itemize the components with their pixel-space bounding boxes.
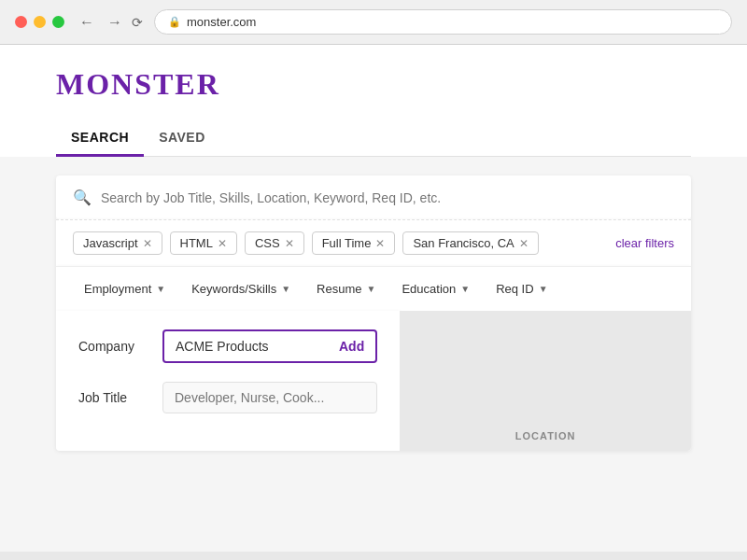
remove-css-icon[interactable]: ✕ [285, 237, 294, 250]
company-input-wrapper: Add [162, 329, 377, 363]
tab-search[interactable]: SEARCH [56, 120, 144, 157]
fullscreen-button[interactable] [52, 16, 64, 28]
keywords-chevron-icon: ▼ [281, 284, 290, 294]
browser-chrome: ← → ⟳ 🔒 monster.com [0, 0, 747, 45]
remove-fulltime-icon[interactable]: ✕ [375, 237, 385, 250]
filter-tag-label: San Francisco, CA [413, 236, 514, 250]
req-id-dropdown[interactable]: Req ID ▼ [485, 276, 558, 301]
clear-filters-button[interactable]: clear filters [615, 236, 674, 250]
filter-tag-label: CSS [255, 236, 280, 250]
search-wrapper: 🔍 Javascript ✕ HTML ✕ CSS ✕ Full Ti [56, 175, 691, 451]
forward-button[interactable]: → [104, 12, 126, 33]
right-panel: LOCATION [400, 311, 691, 451]
traffic-lights [15, 16, 64, 28]
left-panel: Company Add Job Title [56, 311, 400, 451]
company-label: Company [78, 339, 144, 354]
req-id-label: Req ID [496, 282, 533, 296]
filter-tag-javascript[interactable]: Javascript ✕ [73, 231, 162, 255]
employment-label: Employment [84, 282, 151, 296]
filter-tag-label: Full Time [322, 236, 372, 250]
education-label: Education [402, 282, 456, 296]
job-title-row: Job Title [78, 382, 377, 413]
filter-tag-css[interactable]: CSS ✕ [245, 231, 304, 255]
logo: MonsteR [56, 67, 691, 102]
company-row: Company Add [78, 329, 377, 363]
education-chevron-icon: ▼ [460, 284, 470, 294]
top-nav: MonsteR SEARCH SAVED [0, 45, 747, 157]
minimize-button[interactable] [34, 16, 46, 28]
resume-dropdown[interactable]: Resume ▼ [305, 276, 387, 301]
remove-html-icon[interactable]: ✕ [218, 237, 227, 250]
filter-tag-location[interactable]: San Francisco, CA ✕ [402, 231, 538, 255]
keywords-label: Keywords/Skills [191, 282, 276, 296]
address-bar[interactable]: 🔒 monster.com [154, 9, 732, 35]
close-button[interactable] [15, 16, 27, 28]
job-title-label: Job Title [78, 390, 144, 405]
filter-tag-label: Javascript [83, 236, 138, 250]
refresh-button[interactable]: ⟳ [132, 12, 143, 33]
resume-chevron-icon: ▼ [367, 284, 376, 294]
location-label: LOCATION [515, 430, 576, 441]
page-content: MonsteR SEARCH SAVED 🔍 Javascript ✕ HTML… [0, 45, 747, 552]
search-bar: 🔍 [56, 175, 691, 219]
add-company-button[interactable]: Add [339, 339, 364, 354]
search-icon: 🔍 [73, 189, 92, 206]
content-grid: Company Add Job Title LOCATION [56, 311, 691, 451]
tab-saved[interactable]: SAVED [144, 120, 220, 157]
employment-chevron-icon: ▼ [156, 284, 165, 294]
lock-icon: 🔒 [168, 16, 181, 28]
remove-location-icon[interactable]: ✕ [519, 237, 529, 250]
filter-dropdowns: Employment ▼ Keywords/Skills ▼ Resume ▼ … [56, 266, 691, 311]
back-button[interactable]: ← [76, 12, 98, 33]
company-input[interactable] [176, 339, 339, 354]
keywords-dropdown[interactable]: Keywords/Skills ▼ [180, 276, 302, 301]
filter-tags: Javascript ✕ HTML ✕ CSS ✕ Full Time ✕ Sa… [56, 219, 691, 266]
filter-tag-label: HTML [180, 236, 213, 250]
resume-label: Resume [317, 282, 361, 296]
remove-javascript-icon[interactable]: ✕ [143, 237, 152, 250]
employment-dropdown[interactable]: Employment ▼ [73, 276, 176, 301]
education-dropdown[interactable]: Education ▼ [390, 276, 481, 301]
job-title-input[interactable] [162, 382, 377, 413]
url-text: monster.com [187, 15, 256, 29]
main-area: 🔍 Javascript ✕ HTML ✕ CSS ✕ Full Ti [0, 157, 747, 552]
req-id-chevron-icon: ▼ [539, 284, 548, 294]
filter-tag-html[interactable]: HTML ✕ [170, 231, 237, 255]
nav-tabs: SEARCH SAVED [56, 120, 691, 157]
search-input[interactable] [101, 190, 674, 205]
filter-tag-fulltime[interactable]: Full Time ✕ [312, 231, 396, 255]
